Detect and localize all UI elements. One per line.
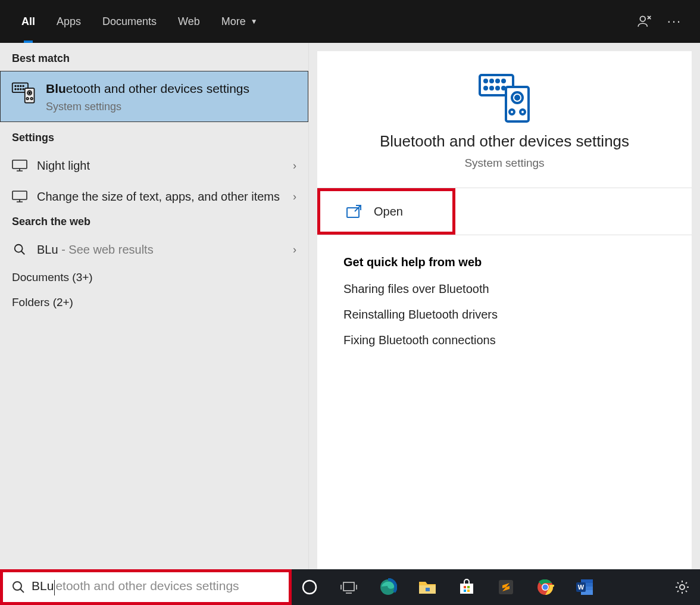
best-match-result[interactable]: Bluetooth and other devices settings Sys… [0,71,308,122]
best-match-heading: Best match [0,49,308,71]
chevron-right-icon: › [293,191,296,203]
chevron-right-icon: › [293,244,296,256]
svg-point-24 [490,87,493,89]
results-panel: Best match Bluetooth and other devices s… [0,43,309,569]
svg-rect-35 [343,582,354,591]
monitor-icon [12,191,27,202]
help-link[interactable]: Sharing files over Bluetooth [343,282,665,296]
svg-rect-38 [426,588,430,591]
svg-point-9 [23,89,24,90]
svg-rect-40 [464,586,466,588]
open-external-icon [346,205,363,218]
tab-documents[interactable]: Documents [92,0,167,43]
svg-point-7 [18,89,19,90]
svg-point-6 [15,89,16,90]
file-explorer-icon[interactable] [415,575,439,599]
folders-group[interactable]: Folders (2+) [0,290,308,315]
settings-item-text-size[interactable]: Change the size of text, apps, and other… [0,181,308,212]
filter-tabs: All Apps Documents Web More ▼ [11,0,268,43]
settings-item-label: Night light [37,157,283,174]
svg-point-26 [502,87,505,89]
documents-group[interactable]: Documents (3+) [0,265,308,290]
search-input[interactable]: BLuetooth and other devices settings [0,569,292,605]
search-filter-tabbar: All Apps Documents Web More ▼ ··· [0,0,700,43]
svg-rect-42 [464,590,466,592]
tab-apps[interactable]: Apps [46,0,92,43]
svg-point-17 [15,245,23,252]
best-match-title: Bluetooth and other devices settings [46,80,249,97]
taskbar: W [292,569,700,605]
quick-help-section: Get quick help from web Sharing files ov… [317,235,692,379]
web-search-item[interactable]: BLu - See web results › [0,234,308,265]
svg-rect-16 [12,191,27,199]
word-icon[interactable]: W [573,575,596,599]
devices-icon [11,80,36,105]
svg-point-4 [20,86,21,87]
svg-point-2 [15,86,16,87]
svg-point-5 [23,86,24,87]
svg-point-21 [496,80,499,82]
svg-point-23 [485,87,487,89]
svg-rect-43 [467,590,470,592]
svg-rect-41 [467,586,470,588]
svg-point-12 [29,92,30,94]
svg-point-3 [18,86,19,87]
svg-point-25 [496,87,499,89]
svg-point-22 [502,80,505,82]
edge-icon[interactable] [376,575,400,599]
svg-text:W: W [578,584,585,591]
svg-point-29 [515,96,519,99]
svg-point-55 [680,585,685,590]
svg-point-34 [303,581,316,594]
settings-gear-icon[interactable] [670,575,694,599]
chrome-icon[interactable] [533,575,557,599]
tab-web[interactable]: Web [167,0,211,43]
search-icon [11,580,26,594]
settings-item-label: Change the size of text, apps, and other… [37,188,283,205]
bottom-bar: BLuetooth and other devices settings W [0,569,700,605]
svg-point-33 [13,582,21,590]
search-web-heading: Search the web [0,212,308,234]
preview-subtitle: System settings [464,157,544,170]
monitor-icon [12,160,27,171]
settings-item-night-light[interactable]: Night light › [0,150,308,181]
tab-more[interactable]: More ▼ [211,0,268,43]
tab-more-label: More [221,15,246,28]
svg-point-20 [490,80,493,82]
chevron-down-icon: ▼ [251,17,258,26]
feedback-icon[interactable] [630,0,660,43]
preview-title: Bluetooth and other devices settings [380,132,629,151]
task-view-icon[interactable] [337,575,361,599]
open-label: Open [374,205,403,219]
microsoft-store-icon[interactable] [455,575,479,599]
devices-large-icon [476,69,533,126]
svg-point-0 [640,16,645,21]
sublime-text-icon[interactable] [494,575,518,599]
help-link[interactable]: Fixing Bluetooth connections [343,333,665,347]
more-options-icon[interactable]: ··· [660,0,689,43]
settings-heading: Settings [0,128,308,150]
cortana-icon[interactable] [298,575,321,599]
svg-point-8 [20,89,21,90]
svg-point-47 [543,585,548,590]
preview-panel: Bluetooth and other devices settings Sys… [317,51,692,569]
search-text: BLuetooth and other devices settings [32,579,239,595]
preview-hero: Bluetooth and other devices settings Sys… [317,69,692,188]
open-action[interactable]: Open [317,188,455,235]
search-icon [12,244,27,255]
help-link[interactable]: Reinstalling Bluetooth drivers [343,308,665,322]
web-search-label: BLu - See web results [37,241,283,258]
svg-point-19 [485,80,487,82]
best-match-subtitle: System settings [46,101,249,113]
svg-rect-39 [460,584,473,594]
tab-all[interactable]: All [11,0,46,43]
chevron-right-icon: › [293,160,296,172]
quick-help-heading: Get quick help from web [343,255,665,269]
svg-rect-15 [12,160,27,169]
